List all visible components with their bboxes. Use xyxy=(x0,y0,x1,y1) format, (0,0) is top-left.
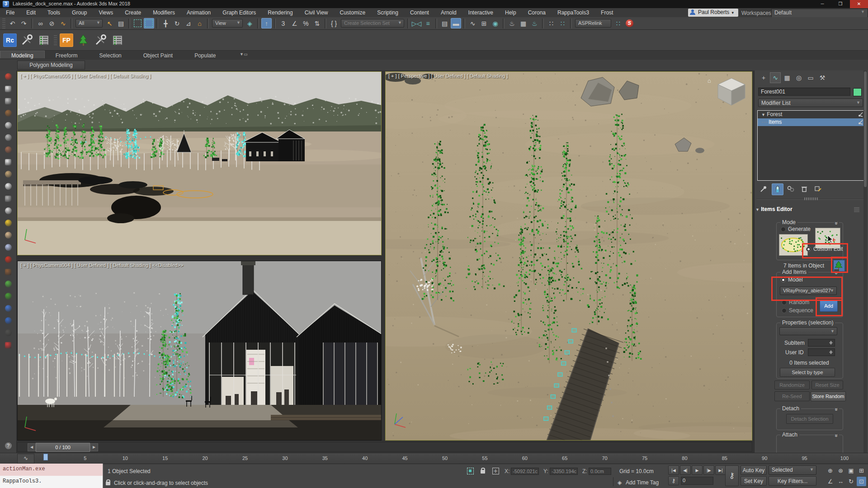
box-icon[interactable] xyxy=(0,156,16,168)
subitem-spinner[interactable] xyxy=(808,339,835,347)
modifier-stack-row-forest[interactable]: ▼ Forest xyxy=(758,111,865,118)
forest-tools-icon[interactable] xyxy=(93,33,108,48)
plant-icon[interactable] xyxy=(0,278,16,290)
sequence-radio[interactable] xyxy=(782,308,787,313)
teapot-icon[interactable] xyxy=(0,107,16,119)
spinner-snap-icon[interactable]: ⇅ xyxy=(312,18,322,28)
pan-icon[interactable]: ↔ xyxy=(836,477,845,486)
select-and-manipulate-icon[interactable]: ↑ xyxy=(261,18,272,28)
align-icon[interactable]: ≡ xyxy=(423,18,433,28)
render-production-icon[interactable]: ♨ xyxy=(529,18,540,28)
create-tab[interactable]: + xyxy=(758,72,769,83)
display-tab[interactable]: ▭ xyxy=(805,72,816,83)
sini-icon[interactable]: S xyxy=(624,18,635,28)
torus-icon[interactable] xyxy=(0,168,16,180)
hierarchy-tab[interactable]: ▦ xyxy=(782,72,793,83)
panel-scrollbar-thumb[interactable] xyxy=(864,71,867,187)
grid-dots2-icon[interactable]: ∷ xyxy=(557,18,568,28)
utilities-tab[interactable]: ⚒ xyxy=(817,72,828,83)
mini-curve-editor-button[interactable]: ∿ xyxy=(17,454,34,464)
generate-radio[interactable] xyxy=(781,227,786,232)
select-object-icon[interactable]: ↖ xyxy=(104,18,115,28)
viewport-perspective[interactable]: ⌂ [ + ] [ Perspective ] [ User Defined ]… xyxy=(385,71,752,441)
select-by-type-button[interactable]: Select by type xyxy=(780,368,835,377)
menu-item-graph-editors[interactable]: Graph Editors xyxy=(217,8,262,17)
maximize-button[interactable]: ❒ xyxy=(832,0,849,8)
forest-tree-icon[interactable] xyxy=(75,33,91,48)
menu-item-rappatools3[interactable]: RappaTools3 xyxy=(552,8,595,17)
help-icon[interactable]: ? xyxy=(0,440,16,452)
workspace-dropdown[interactable]: Default▼ xyxy=(771,9,868,18)
grid-dots-icon[interactable]: ∷ xyxy=(546,18,557,28)
select-and-place-icon[interactable]: ⌂ xyxy=(194,18,205,28)
rendered-frame-icon[interactable]: ▦ xyxy=(518,18,528,28)
viewport1-label[interactable]: [ + ] [ PhysCamera005 ] [ User Defined ]… xyxy=(20,73,151,79)
select-and-rotate-icon[interactable]: ↻ xyxy=(172,18,182,28)
viewport3-label[interactable]: [ + ] [ Perspective ] [ User Defined ] [… xyxy=(388,73,508,79)
items-editor-rollout[interactable]: ▼ Items Editor xyxy=(755,206,864,215)
polygon-modeling-panel[interactable]: Polygon Modeling xyxy=(17,61,85,70)
randomize-button[interactable]: Randomize xyxy=(774,380,810,389)
detach-selection-button[interactable]: Detach Selection xyxy=(786,414,833,424)
menu-item-edit[interactable]: Edit xyxy=(20,8,42,17)
motion-tab[interactable]: ◎ xyxy=(793,72,804,83)
reset-size-button[interactable]: Reset Size xyxy=(811,380,843,389)
select-by-name-icon[interactable]: ▤ xyxy=(116,18,126,28)
menu-item-tools[interactable]: Tools xyxy=(42,8,66,17)
window-crossing-icon[interactable] xyxy=(144,18,154,28)
time-slider[interactable]: ◀ 0 / 100 ▶ xyxy=(17,442,752,452)
menu-item-rendering[interactable]: Rendering xyxy=(262,8,298,17)
menu-item-file[interactable]: File xyxy=(0,8,20,17)
snap-3d-icon[interactable]: 3 xyxy=(278,18,288,28)
modifier-stack-row-items[interactable]: ····Items xyxy=(758,118,865,126)
menu-item-modifiers[interactable]: Modifiers xyxy=(147,8,181,17)
sphere-blue-icon[interactable] xyxy=(0,302,16,314)
y-coordinate-field[interactable]: -3350.194c xyxy=(550,468,578,475)
selection-set-dropdown[interactable]: Create Selection Set▼ xyxy=(341,19,404,28)
key-filters-button[interactable]: Key Filters... xyxy=(769,476,816,486)
x-coordinate-field[interactable]: -5092.021c xyxy=(511,468,539,475)
figure-icon[interactable] xyxy=(0,144,16,156)
percent-snap-icon[interactable]: % xyxy=(301,18,311,28)
ribbon-minimize-icon[interactable]: ▼▭ xyxy=(240,52,247,56)
userid-spinner[interactable] xyxy=(808,348,835,356)
key-mode-dropdown[interactable]: Selected▼ xyxy=(769,465,816,475)
select-and-scale-icon[interactable]: ⊿ xyxy=(183,18,193,28)
unlink-selection-icon[interactable]: ⊘ xyxy=(47,18,57,28)
viewport2-label[interactable]: [ + ] [ PhysCamera004 ] [ User Defined ]… xyxy=(20,263,183,268)
select-pointer-icon[interactable] xyxy=(0,70,16,83)
schematic-view-icon[interactable]: ⊞ xyxy=(479,18,489,28)
modifier-list-dropdown[interactable]: Modifier List▼ xyxy=(758,99,863,107)
chair-icon[interactable] xyxy=(0,266,16,278)
angle-snap-icon[interactable]: ∠ xyxy=(289,18,300,28)
configure-modifier-sets-icon[interactable] xyxy=(812,183,823,194)
viewport-physcamera004[interactable]: [ + ] [ PhysCamera004 ] [ User Defined ]… xyxy=(17,261,382,441)
maxscript-listener-line1[interactable]: actionMan.exe xyxy=(0,464,103,476)
object-name-field[interactable]: Forest001 xyxy=(758,88,850,96)
selection-filter-dropdown[interactable]: All▼ xyxy=(75,19,103,28)
key-mode-toggle-button[interactable]: ⚷ xyxy=(668,476,679,485)
ribbon-tab-modeling[interactable]: Modeling xyxy=(0,51,45,58)
show-end-result-icon[interactable] xyxy=(772,183,783,195)
use-pivot-center-icon[interactable]: ◈ xyxy=(245,18,255,28)
menu-item-frost[interactable]: Frost xyxy=(595,8,619,17)
ribbon-tab-object-paint[interactable]: Object Paint xyxy=(132,51,184,60)
forestpack-icon[interactable]: FP xyxy=(60,33,73,47)
time-slider-prev-icon[interactable]: ◀ xyxy=(28,443,36,451)
sphere-white-icon[interactable] xyxy=(0,180,16,192)
reseed-button[interactable]: Re-Seed xyxy=(774,391,810,401)
menu-item-animation[interactable]: Animation xyxy=(181,8,217,17)
time-slider-handle[interactable]: 0 / 100 xyxy=(36,443,90,452)
cone-icon[interactable] xyxy=(0,205,16,217)
sun-icon[interactable] xyxy=(0,217,16,229)
set-keys-button[interactable]: ⚷ xyxy=(725,465,739,486)
forest-lister-icon[interactable] xyxy=(110,33,125,48)
layer-explorer-icon[interactable]: ▤ xyxy=(439,18,450,28)
current-frame-field[interactable]: 0 xyxy=(681,477,713,485)
object-color-swatch[interactable] xyxy=(853,88,862,96)
undo-icon[interactable]: ↶ xyxy=(7,18,18,28)
ribbon-toggle-icon[interactable]: ▬ xyxy=(451,18,461,28)
droplet-icon[interactable] xyxy=(0,253,16,266)
viewport-physcamera005[interactable]: [ + ] [ PhysCamera005 ] [ User Defined ]… xyxy=(17,71,382,255)
isolate-selection-icon[interactable] xyxy=(466,466,475,475)
